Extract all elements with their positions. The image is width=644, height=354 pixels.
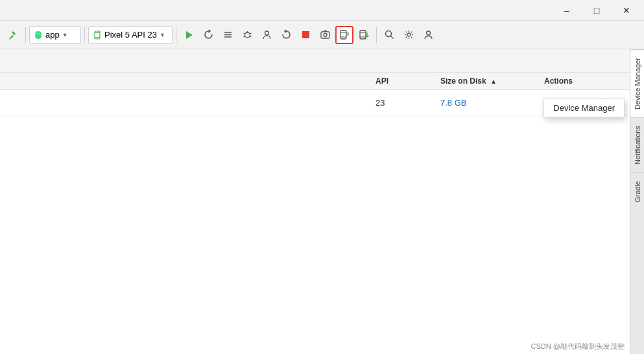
watermark-text: CSDN @敲代码敲到头发茂密 bbox=[531, 342, 625, 350]
refresh-button[interactable] bbox=[199, 26, 217, 44]
camera-icon bbox=[320, 30, 330, 40]
refresh-icon bbox=[204, 30, 213, 40]
stop-button[interactable] bbox=[296, 26, 315, 44]
android-icon bbox=[34, 30, 43, 40]
rotate-icon bbox=[281, 30, 291, 40]
col-actions-header: Actions bbox=[544, 77, 622, 86]
svg-rect-5 bbox=[95, 31, 100, 39]
settings-button[interactable] bbox=[400, 26, 418, 44]
debug-button[interactable] bbox=[238, 26, 256, 44]
watermark: CSDN @敲代码敲到头发茂密 bbox=[531, 342, 625, 351]
svg-point-4 bbox=[39, 33, 40, 34]
sidebar-tab-gradle-label: Gradle bbox=[634, 181, 641, 202]
bug-icon bbox=[243, 30, 252, 40]
col-size-header: Size on Disk ▲ bbox=[440, 77, 544, 86]
list-icon bbox=[223, 30, 233, 40]
main-area: API Size on Disk ▲ Actions 23 7.8 GB bbox=[0, 49, 644, 354]
build-icon-btn[interactable] bbox=[4, 26, 22, 44]
sidebar-tab-device-manager-label: Device Manager bbox=[634, 58, 641, 110]
minimize-icon: – bbox=[564, 5, 569, 16]
svg-rect-24 bbox=[340, 30, 346, 39]
svg-line-15 bbox=[243, 33, 244, 34]
col-api-header: API bbox=[376, 77, 440, 86]
svg-point-22 bbox=[324, 34, 327, 37]
stop-icon bbox=[302, 30, 310, 39]
svg-point-34 bbox=[407, 33, 411, 36]
svg-rect-23 bbox=[324, 30, 327, 32]
rotate-button[interactable] bbox=[277, 26, 295, 44]
user-button[interactable] bbox=[419, 26, 437, 44]
col-size-cell: 7.8 GB bbox=[440, 98, 544, 108]
sidebar-tab-gradle[interactable]: Gradle bbox=[630, 172, 644, 210]
device-icon bbox=[93, 30, 102, 40]
svg-point-3 bbox=[36, 33, 38, 34]
sort-arrow-icon: ▲ bbox=[490, 78, 497, 85]
svg-line-18 bbox=[250, 36, 251, 37]
screenshot-button[interactable] bbox=[316, 26, 334, 44]
device-dropdown-icon: ▼ bbox=[160, 32, 165, 38]
search-button[interactable] bbox=[380, 26, 398, 44]
device-manager-icon bbox=[339, 30, 350, 40]
tooltip-text: Device Manager bbox=[553, 103, 615, 113]
sep3 bbox=[176, 27, 176, 43]
svg-point-2 bbox=[35, 31, 42, 36]
svg-point-32 bbox=[385, 31, 391, 37]
title-bar: – □ ✕ bbox=[0, 0, 644, 21]
svg-line-17 bbox=[243, 36, 244, 37]
play-icon bbox=[184, 30, 194, 40]
user-icon bbox=[423, 30, 433, 40]
sep4 bbox=[376, 27, 377, 43]
close-button[interactable]: ✕ bbox=[612, 0, 641, 21]
svg-rect-29 bbox=[360, 30, 366, 39]
maximize-button[interactable]: □ bbox=[582, 0, 612, 21]
maximize-icon: □ bbox=[594, 5, 599, 16]
run-button[interactable] bbox=[180, 26, 198, 44]
app-dropdown-icon: ▼ bbox=[62, 32, 68, 38]
svg-point-19 bbox=[265, 31, 268, 35]
svg-point-8 bbox=[97, 38, 97, 38]
sidebar-tab-notifications[interactable]: Notifications bbox=[630, 117, 644, 172]
col-api-cell: 23 bbox=[376, 98, 440, 108]
svg-line-33 bbox=[390, 36, 393, 39]
profile-button[interactable] bbox=[257, 26, 276, 44]
content-toolbar bbox=[0, 49, 630, 73]
svg-rect-0 bbox=[12, 31, 16, 35]
device-manager-button[interactable] bbox=[335, 26, 353, 44]
device-manager-tooltip: Device Manager bbox=[543, 99, 625, 117]
minimize-button[interactable]: – bbox=[552, 0, 582, 21]
content-pane: API Size on Disk ▲ Actions 23 7.8 GB bbox=[0, 49, 630, 354]
svg-marker-9 bbox=[186, 31, 193, 39]
search-icon bbox=[385, 30, 394, 40]
sep2 bbox=[84, 27, 85, 43]
table-area: API Size on Disk ▲ Actions 23 7.8 GB bbox=[0, 73, 630, 115]
device-label: Pixel 5 API 23 bbox=[104, 30, 157, 40]
main-toolbar: app ▼ Pixel 5 API 23 ▼ bbox=[0, 21, 644, 49]
gear-icon bbox=[404, 30, 414, 40]
app-selector[interactable]: app ▼ bbox=[29, 26, 81, 44]
download-device-icon bbox=[359, 30, 369, 40]
size-header-label: Size on Disk bbox=[440, 77, 486, 86]
sidebar-tab-device-manager[interactable]: Device Manager bbox=[630, 49, 644, 117]
svg-point-13 bbox=[244, 32, 250, 38]
sep1 bbox=[25, 27, 26, 43]
table-header: API Size on Disk ▲ Actions bbox=[0, 73, 630, 90]
sidebar-tab-notifications-label: Notifications bbox=[634, 126, 641, 165]
app-label: app bbox=[45, 30, 60, 40]
table-row: 23 7.8 GB bbox=[0, 90, 630, 115]
svg-line-16 bbox=[250, 33, 251, 34]
svg-rect-20 bbox=[302, 31, 309, 38]
list-button[interactable] bbox=[219, 26, 237, 44]
download-device-button[interactable] bbox=[355, 26, 373, 44]
svg-rect-21 bbox=[321, 32, 329, 38]
svg-point-35 bbox=[426, 31, 430, 35]
device-selector[interactable]: Pixel 5 API 23 ▼ bbox=[88, 26, 173, 44]
right-sidebar: Device Manager Notifications Gradle bbox=[630, 49, 644, 354]
profile-icon bbox=[262, 30, 272, 40]
close-icon: ✕ bbox=[623, 5, 630, 16]
